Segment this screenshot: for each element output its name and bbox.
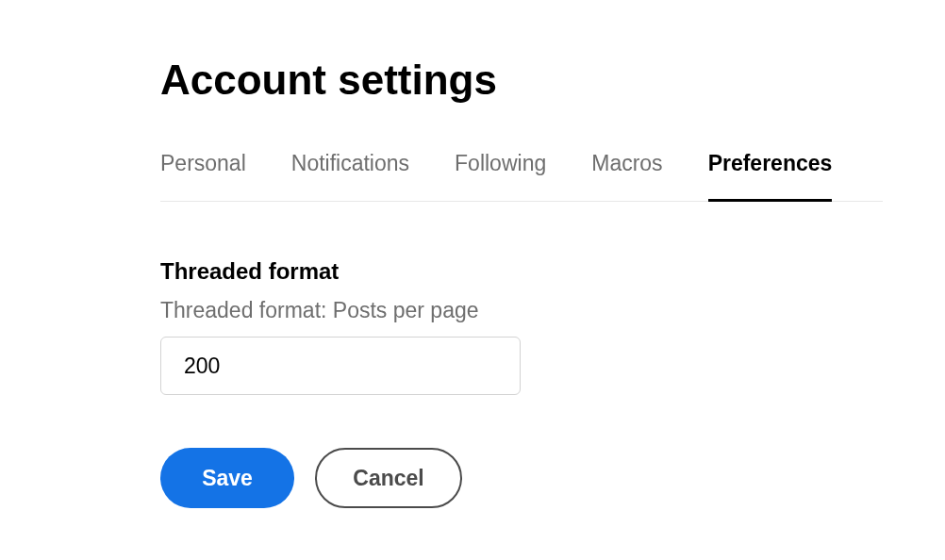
- tab-macros[interactable]: Macros: [591, 151, 662, 202]
- posts-per-page-input[interactable]: [160, 337, 521, 395]
- tabs-container: Personal Notifications Following Macros …: [160, 151, 883, 202]
- preferences-section: Threaded format Threaded format: Posts p…: [160, 258, 945, 448]
- tab-preferences[interactable]: Preferences: [708, 151, 833, 202]
- field-label-posts-per-page: Threaded format: Posts per page: [160, 298, 945, 323]
- section-heading: Threaded format: [160, 258, 945, 285]
- cancel-button[interactable]: Cancel: [315, 448, 462, 508]
- tab-notifications[interactable]: Notifications: [291, 151, 409, 202]
- tab-personal[interactable]: Personal: [160, 151, 246, 202]
- button-row: Save Cancel: [160, 448, 945, 508]
- page-title: Account settings: [160, 57, 945, 104]
- tab-following[interactable]: Following: [455, 151, 546, 202]
- save-button[interactable]: Save: [160, 448, 294, 508]
